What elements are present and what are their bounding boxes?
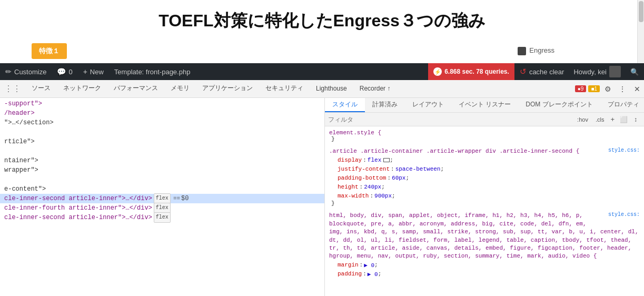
tab-properties[interactable]: プロパティ [600, 98, 644, 112]
performance-badge: ⚡ 6.868 sec. 78 queries. [428, 63, 514, 80]
styles-tabs: スタイル 計算済み レイアウト イベント リスナー DOM ブレークポイント プ… [325, 98, 644, 113]
tab-network[interactable]: ネットワーク [57, 80, 107, 97]
performance-label: 6.868 sec. 78 queries. [444, 68, 509, 75]
source-panel: -support"> /header> ">…</section> rticle… [0, 98, 325, 296]
devtools-settings-button[interactable]: ⚙ [601, 82, 615, 96]
add-style-button[interactable]: + [609, 114, 616, 124]
tab-styles[interactable]: スタイル [325, 98, 365, 112]
devtools-more-button[interactable]: ⋮ [616, 82, 629, 96]
comment-icon: 💬 [57, 67, 66, 76]
styles-icons: ⬜ ↕ [618, 114, 641, 125]
element-style-selector: element.style { [329, 130, 640, 136]
comments-button[interactable]: 💬 0 [52, 63, 77, 80]
tab-dom-breakpoints[interactable]: DOM ブレークポイント [518, 98, 600, 112]
devtools-main: -support"> /header> ">…</section> rticle… [0, 98, 644, 296]
tab-performance[interactable]: パフォーマンス [107, 80, 164, 97]
tab-recorder[interactable]: Recorder ↑ [353, 80, 397, 97]
style-prop-padding-bottom: padding-bottom : 60px ; [329, 173, 640, 182]
inspect-icon-btn[interactable]: ⬜ [618, 114, 629, 125]
page-area: TOEFL対策に特化したEngress３つの強み 特徴１ Engress [0, 0, 644, 63]
style-block-article: .article .article-container .article-wra… [325, 146, 644, 208]
element-state-icon-btn[interactable]: ↕ [630, 114, 641, 125]
search-icon: 🔍 [630, 68, 639, 76]
source-line [0, 175, 324, 184]
cache-label: cache clear [529, 68, 564, 76]
tab-security[interactable]: セキュリティ [259, 80, 310, 97]
search-button[interactable]: 🔍 [625, 63, 644, 80]
howdy-area: Howdy, kei [569, 63, 625, 80]
style-prop-height: height : 240px ; [329, 182, 640, 191]
tab-layout[interactable]: レイアウト [405, 98, 451, 112]
source-line: wrapper"> [0, 165, 324, 175]
reset-style-selector: html, body, div, span, applet, object, i… [329, 212, 640, 260]
cache-button[interactable]: ↺ cache clear [514, 63, 569, 80]
source-line: rticle"> [0, 137, 324, 146]
template-label: Template: front-page.php [114, 68, 191, 76]
performance-icon: ⚡ [433, 67, 442, 76]
tab-event-listeners[interactable]: イベント リスナー [451, 98, 518, 112]
flex-badge: flex [154, 193, 171, 204]
warn-badge: ■1 [588, 85, 600, 92]
source-line: ">…</section> [0, 118, 324, 127]
filter-input[interactable] [328, 116, 572, 123]
new-button[interactable]: + New [78, 63, 109, 80]
feature-badge: 特徴１ [32, 43, 67, 59]
plus-icon: + [83, 67, 87, 76]
source-line: cle-inner-second article-inner">…</div> … [0, 213, 324, 222]
devtools-close-button[interactable]: ✕ [630, 82, 644, 96]
tab-source[interactable]: ソース [25, 80, 57, 97]
devtools-tabs-bar: ⋮⋮ ソース ネットワーク パフォーマンス メモリ アプリケーション セキュリテ… [0, 80, 644, 98]
source-line: /header> [0, 108, 324, 118]
admin-toolbar: ✏ Customize 💬 0 + New Template: front-pa… [0, 63, 644, 80]
customize-icon: ✏ [5, 67, 12, 76]
devtools-handle: ⋮⋮ [0, 80, 25, 97]
error-badge: ●9 [575, 85, 587, 92]
style-block-reset: html, body, div, span, applet, object, i… [325, 211, 644, 279]
user-avatar [609, 66, 621, 77]
comments-count: 0 [68, 68, 72, 76]
page-title: TOEFL対策に特化したEngress３つの強み [0, 0, 644, 38]
flex-badge-2: flex [154, 203, 171, 213]
tab-computed[interactable]: 計算済み [365, 98, 405, 112]
styles-panel: スタイル 計算済み レイアウト イベント リスナー DOM ブレークポイント プ… [325, 98, 644, 296]
customize-button[interactable]: ✏ Customize [0, 63, 52, 80]
source-line [0, 127, 324, 137]
engress-logo-icon: Engress [518, 46, 554, 55]
hov-button[interactable]: :hov [574, 115, 591, 124]
tab-lighthouse[interactable]: Lighthouse [310, 80, 353, 97]
style-prop-max-width: max-width : 900px ; [329, 191, 640, 200]
customize-label: Customize [14, 68, 46, 76]
cache-icon: ↺ [520, 67, 527, 76]
styles-content: element.style { } .article .article-cont… [325, 126, 644, 296]
engress-logo: Engress [518, 46, 554, 55]
source-line: e-content"> [0, 184, 324, 194]
style-block-element: element.style { } [325, 129, 644, 143]
source-line: -support"> [0, 99, 324, 108]
source-line [0, 146, 324, 156]
source-line: cle-inner-fourth article-inner">…</div> … [0, 203, 324, 213]
tab-application[interactable]: アプリケーション [196, 80, 259, 97]
flex-badge-3: flex [154, 212, 171, 223]
styles-toolbar: :hov .cls + ⬜ ↕ [325, 113, 644, 126]
tab-memory[interactable]: メモリ [164, 80, 196, 97]
style-prop-margin: margin : ▶ 0 ; [329, 261, 640, 270]
highlighted-source-line[interactable]: cle-inner-second article-inner">…</div> … [0, 194, 324, 203]
style-prop-padding: padding : ▶ 0 ; [329, 270, 640, 279]
style-prop-display: display : flex ; [329, 155, 640, 164]
style-prop-justify: justify-content : space-between ; [329, 164, 640, 173]
article-style-selector: .article .article-container .article-wra… [329, 147, 640, 155]
source-line: ntainer"> [0, 156, 324, 165]
cls-button[interactable]: .cls [593, 115, 607, 124]
howdy-label: Howdy, kei [573, 68, 607, 76]
new-label: New [90, 68, 104, 76]
template-info: Template: front-page.php [109, 63, 196, 80]
